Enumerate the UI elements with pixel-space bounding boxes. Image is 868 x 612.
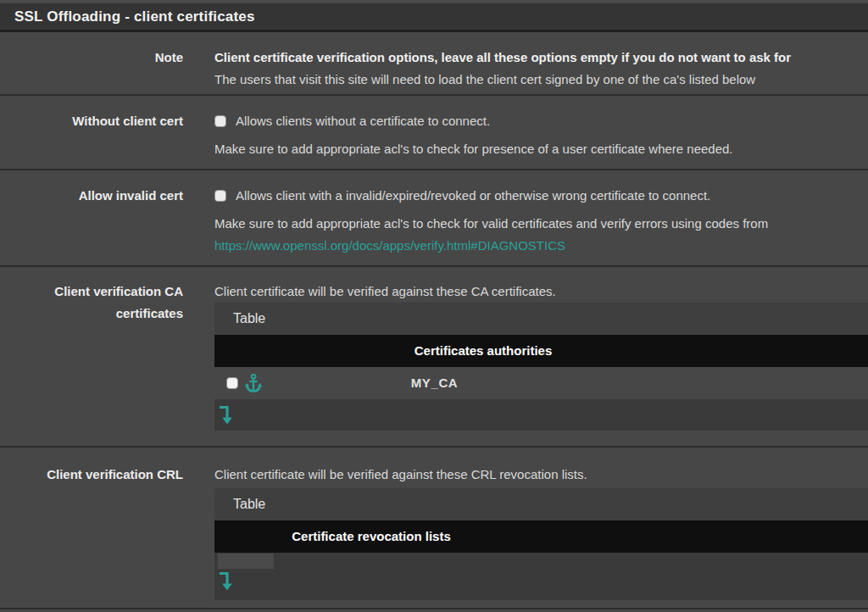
ca-table-header-row: Certificates authorities bbox=[214, 335, 868, 367]
without-client-cert-text: Allows clients without a certificate to … bbox=[236, 110, 490, 132]
form-row-client-verification-crl: Client verification CRL Client certifica… bbox=[0, 448, 868, 609]
crl-column-header: Certificate revocation lists bbox=[274, 526, 469, 548]
form-row-allow-invalid-cert: Allow invalid cert Allows client with a … bbox=[0, 170, 868, 267]
crl-table-header-row: Certificate revocation lists bbox=[214, 520, 868, 553]
ca-table-footer bbox=[214, 399, 868, 431]
ca-table-row[interactable]: MY_CA bbox=[214, 367, 868, 399]
crl-empty-cell bbox=[218, 554, 274, 569]
ca-table-caption: Table bbox=[214, 303, 868, 335]
allow-invalid-cert-checkbox[interactable] bbox=[214, 190, 226, 202]
client-verification-crl-label: Client verification CRL bbox=[0, 448, 183, 608]
add-row-level-down-icon[interactable] bbox=[218, 570, 233, 593]
ca-column-header: Certificates authorities bbox=[288, 340, 678, 362]
panel-header: SSL Offloading - client certificates bbox=[0, 3, 868, 32]
page-title: SSL Offloading - client certificates bbox=[14, 8, 255, 25]
allow-invalid-cert-label: Allow invalid cert bbox=[0, 170, 183, 265]
form-row-note: Note Client certificate verification opt… bbox=[0, 32, 868, 96]
crl-table-footer bbox=[214, 569, 868, 600]
client-verification-ca-label: Client verification CA certificates bbox=[0, 267, 183, 446]
add-row-level-down-icon[interactable] bbox=[218, 404, 233, 426]
form-row-without-client-cert: Without client cert Allows clients witho… bbox=[0, 96, 868, 170]
crl-table: Table Certificate revocation lists bbox=[214, 488, 868, 600]
crl-description: Client certificate will be verified agai… bbox=[214, 464, 868, 486]
ca-row-checkbox[interactable] bbox=[226, 377, 238, 389]
ca-entry-name[interactable]: MY_CA bbox=[288, 372, 581, 394]
anchor-icon[interactable] bbox=[244, 373, 263, 393]
ca-description: Client certificate will be verified agai… bbox=[214, 281, 868, 303]
ca-table: Table Certificates authorities bbox=[214, 303, 868, 431]
openssl-verify-link[interactable]: https://www.openssl.org/docs/apps/verify… bbox=[214, 238, 565, 253]
note-text: The users that visit this site will need… bbox=[214, 69, 868, 91]
without-client-cert-label: Without client cert bbox=[0, 96, 183, 169]
note-bold-text: Client certificate verification options,… bbox=[214, 47, 868, 69]
allow-invalid-cert-help: Make sure to add appropriate acl's to ch… bbox=[214, 213, 868, 235]
crl-table-caption: Table bbox=[214, 488, 868, 520]
note-label: Note bbox=[0, 32, 183, 94]
form-row-client-verification-ca: Client verification CA certificates Clie… bbox=[0, 267, 868, 448]
allow-invalid-cert-text: Allows client with a invalid/expired/rev… bbox=[236, 185, 710, 207]
without-client-cert-checkbox[interactable] bbox=[214, 115, 226, 127]
without-client-cert-help: Make sure to add appropriate acl's to ch… bbox=[214, 138, 868, 160]
